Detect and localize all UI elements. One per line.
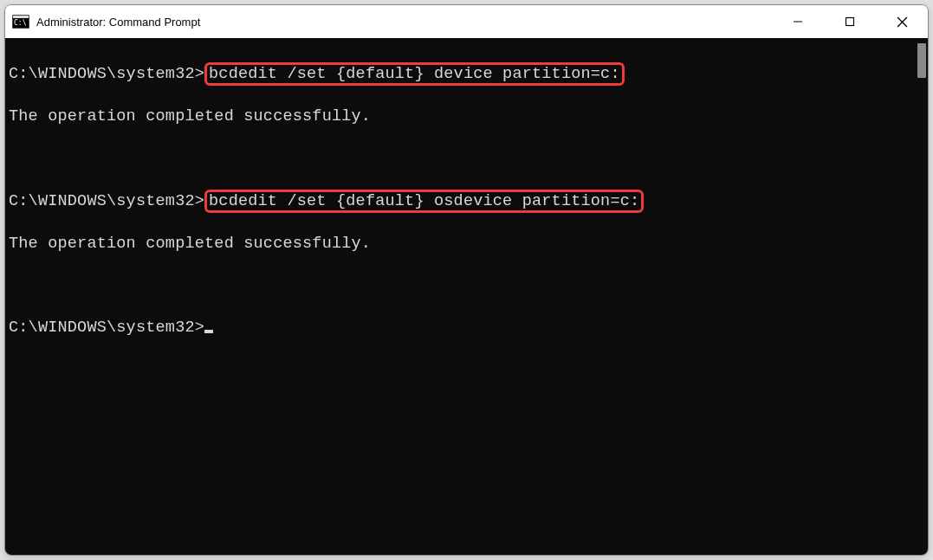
window-controls <box>772 5 928 38</box>
scrollbar[interactable] <box>916 40 926 553</box>
terminal-line: The operation completed successfully. <box>9 106 924 127</box>
minimize-button[interactable] <box>772 5 824 38</box>
terminal-line: C:\WINDOWS\system32>bcdedit /set {defaul… <box>9 64 924 85</box>
scrollbar-thumb[interactable] <box>917 43 926 78</box>
svg-rect-1 <box>13 16 29 18</box>
close-button[interactable] <box>876 5 928 38</box>
terminal-line: The operation completed successfully. <box>9 234 924 254</box>
prompt: C:\WINDOWS\system32> <box>9 65 204 83</box>
terminal-content: C:\WINDOWS\system32>bcdedit /set {defaul… <box>5 38 928 387</box>
terminal-line <box>9 149 924 170</box>
maximize-button[interactable] <box>824 5 876 38</box>
svg-text:C:\: C:\ <box>14 19 27 27</box>
svg-rect-4 <box>846 18 854 26</box>
command-highlight: bcdedit /set {default} osdevice partitio… <box>204 190 644 213</box>
window-title: Administrator: Command Prompt <box>36 16 772 29</box>
titlebar[interactable]: C:\ Administrator: Command Prompt <box>5 5 928 38</box>
terminal-line <box>9 275 924 296</box>
terminal-line: C:\WINDOWS\system32>bcdedit /set {defaul… <box>9 191 924 212</box>
cmd-icon: C:\ <box>12 15 29 29</box>
prompt: C:\WINDOWS\system32> <box>9 319 204 337</box>
prompt: C:\WINDOWS\system32> <box>9 192 204 210</box>
terminal-area[interactable]: C:\WINDOWS\system32>bcdedit /set {defaul… <box>5 38 928 555</box>
app-window: C:\ Administrator: Command Prompt C:\WIN… <box>4 4 929 556</box>
command-highlight: bcdedit /set {default} device partition=… <box>204 62 625 86</box>
cursor <box>204 330 213 333</box>
terminal-line: C:\WINDOWS\system32> <box>9 318 924 338</box>
